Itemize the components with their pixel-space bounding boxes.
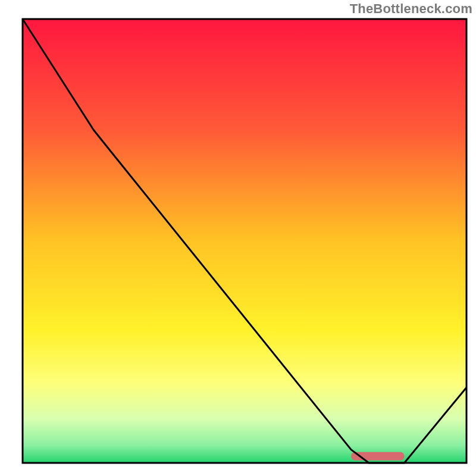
bottleneck-chart [0, 0, 476, 476]
chart-container: TheBottleneck.com [0, 0, 476, 476]
plot-background [23, 19, 466, 463]
attribution-text: TheBottleneck.com [350, 1, 472, 17]
